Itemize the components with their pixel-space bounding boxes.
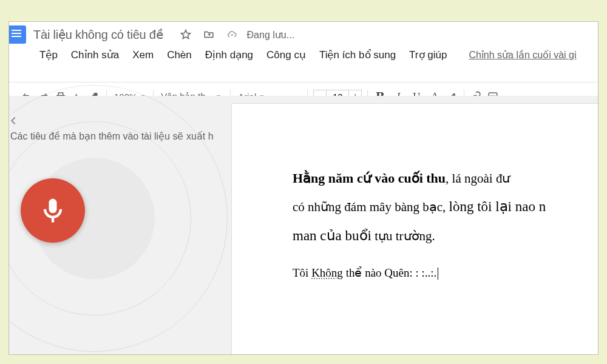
menu-view[interactable]: Xem — [126, 47, 160, 64]
menu-insert[interactable]: Chèn — [161, 47, 198, 64]
text-1a: , lá ngoài đư — [446, 171, 510, 186]
last-edit-link[interactable]: Chỉnh sửa lần cuối vài gi — [469, 49, 576, 61]
text-1d: man của buổi — [293, 228, 371, 243]
menu-help[interactable]: Trợ giúp — [403, 46, 453, 64]
text-1b: có những đám mây bàng bạc, — [293, 200, 449, 214]
menu-edit[interactable]: Chỉnh sửa — [65, 46, 125, 64]
text-2a: Tôi — [293, 266, 311, 279]
docs-app-icon[interactable] — [8, 25, 26, 44]
outline-collapse-icon[interactable] — [8, 114, 20, 130]
text-2b: Không — [311, 266, 343, 279]
document-body[interactable]: Hằng năm cứ vào cuối thu, lá ngoài đư có… — [293, 164, 598, 285]
text-1e: tựu trường. — [371, 229, 435, 243]
text-2c: thể nào Quên: : :..:. — [343, 266, 436, 279]
text-1c: lòng tôi lại nao n — [449, 199, 546, 214]
menu-file[interactable]: Tệp — [33, 46, 64, 64]
outline-hint-text: Các tiêu đề mà bạn thêm vào tài liệu sẽ … — [9, 130, 219, 143]
text-bold-1: Hằng năm cứ vào cuối thu — [293, 170, 446, 186]
menu-tools[interactable]: Công cụ — [260, 46, 312, 64]
move-folder-icon[interactable] — [203, 29, 214, 40]
cloud-sync-icon — [226, 29, 237, 40]
document-title[interactable]: Tài liệu không có tiêu đề — [33, 27, 163, 42]
star-icon[interactable] — [180, 29, 191, 40]
menu-addons[interactable]: Tiện ích bổ sung — [313, 46, 402, 64]
voice-typing-button[interactable] — [21, 178, 85, 243]
menu-format[interactable]: Định dạng — [199, 46, 259, 64]
text-cursor — [438, 268, 438, 280]
saving-status: Đang lưu... — [247, 29, 294, 41]
document-page[interactable]: Hằng năm cứ vào cuối thu, lá ngoài đư có… — [231, 103, 598, 355]
